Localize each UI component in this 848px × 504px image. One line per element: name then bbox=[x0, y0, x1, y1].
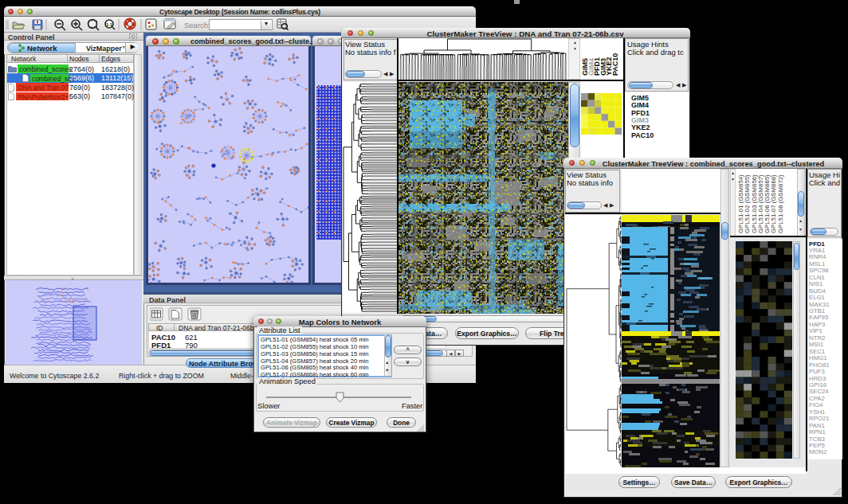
svg-text:1:1: 1:1 bbox=[106, 22, 112, 27]
